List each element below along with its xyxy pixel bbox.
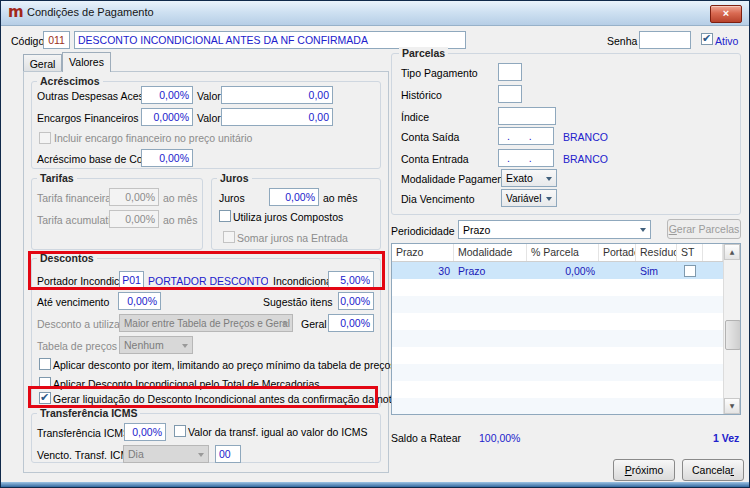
cell-st bbox=[677, 265, 703, 277]
valor2-field[interactable]: 0,00 bbox=[221, 108, 333, 126]
table-row-empty bbox=[392, 364, 740, 381]
juros-suffix: ao mês bbox=[323, 192, 357, 204]
geral-label: Geral bbox=[301, 318, 327, 330]
juros-compostos-checkbox[interactable] bbox=[219, 210, 231, 222]
sugestao-itens-field[interactable]: 0,00% bbox=[338, 292, 374, 310]
encargos-field[interactable]: 0,000% bbox=[141, 108, 193, 126]
table-row-empty bbox=[392, 330, 740, 347]
descontos-title: Descontos bbox=[37, 252, 97, 264]
chevron-down-icon bbox=[182, 344, 188, 348]
aplicar-por-item-label: Aplicar desconto por item, limitando ao … bbox=[53, 359, 396, 371]
chevron-down-icon bbox=[546, 197, 552, 201]
tarifa-acumulativa-suffix: ao mês bbox=[163, 214, 197, 226]
valor-transf-checkbox[interactable] bbox=[174, 425, 186, 437]
juros-label: Juros bbox=[219, 192, 245, 204]
encargos-label: Encargos Financeiros bbox=[37, 112, 139, 124]
valor-transf-label: Valor da transf. igual ao valor do ICMS bbox=[188, 426, 368, 438]
scrollbar-thumb[interactable] bbox=[725, 320, 741, 350]
aplicar-total-checkbox[interactable] bbox=[39, 377, 51, 389]
close-button[interactable]: × bbox=[710, 5, 742, 23]
table-row-empty bbox=[392, 347, 740, 364]
vencto-dia-field[interactable]: 00 bbox=[215, 445, 241, 463]
senha-field[interactable] bbox=[639, 31, 691, 49]
table-row-empty bbox=[392, 296, 740, 313]
col-header-modalidade[interactable]: Modalidade bbox=[454, 244, 527, 261]
saldo-ratear-label: Saldo a Ratear bbox=[391, 432, 461, 444]
table-row-empty bbox=[392, 398, 740, 415]
chevron-down-icon bbox=[198, 453, 204, 457]
table-header-row: Prazo Modalidade % Parcela Portador Resí… bbox=[392, 244, 740, 262]
portador-code-field[interactable]: P01 bbox=[119, 271, 144, 289]
valor1-label: Valor bbox=[197, 90, 221, 102]
st-checkbox[interactable] bbox=[684, 265, 696, 277]
ate-vencimento-label: Até vencimento bbox=[37, 296, 109, 308]
conta-saida-field[interactable]: . . bbox=[498, 127, 554, 145]
chevron-down-icon bbox=[546, 177, 552, 181]
portador-nome-text: PORTADOR DESCONTO INCOI bbox=[148, 275, 268, 287]
vencto-transf-combo: Dia bbox=[123, 445, 209, 463]
col-header-residuo[interactable]: Resíduo bbox=[636, 244, 677, 261]
col-header-portador[interactable]: Portador bbox=[599, 244, 636, 261]
senha-label: Senha bbox=[607, 35, 637, 47]
tab-valores[interactable]: Valores bbox=[62, 52, 111, 72]
valor2-label: Valor bbox=[197, 112, 221, 124]
tarifa-acumulativa-field: 0,00% bbox=[109, 210, 159, 228]
transferencia-icms-field[interactable]: 0,00% bbox=[124, 423, 166, 441]
conta-saida-label: Conta Saída bbox=[401, 131, 459, 143]
vezes-value: 1 Vez bbox=[713, 432, 739, 444]
geral-field[interactable]: 0,00% bbox=[328, 314, 374, 332]
conta-entrada-label: Conta Entrada bbox=[401, 153, 469, 165]
incondicional-field[interactable]: 5,00% bbox=[328, 271, 374, 289]
cell-modalidade: Prazo bbox=[454, 265, 527, 277]
col-header-st[interactable]: ST bbox=[677, 244, 703, 261]
table-row-selected[interactable]: 30 Prazo 0,00% Sim bbox=[392, 262, 740, 279]
codigo-field[interactable]: 011 bbox=[43, 31, 70, 49]
valor1-field[interactable]: 0,00 bbox=[221, 86, 333, 104]
base-comissao-field[interactable]: 0,00% bbox=[141, 149, 193, 167]
dia-vencimento-label: Dia Vencimento bbox=[401, 193, 475, 205]
scroll-down-icon[interactable]: ▼ bbox=[724, 398, 740, 414]
ativo-label: Ativo bbox=[715, 35, 738, 47]
col-header-extra bbox=[703, 244, 723, 261]
scroll-up-icon[interactable]: ▲ bbox=[724, 244, 740, 260]
periodicidade-combo[interactable]: Prazo bbox=[458, 220, 651, 239]
cancelar-button[interactable]: Cancelar bbox=[682, 459, 744, 481]
juros-field[interactable]: 0,00% bbox=[269, 188, 319, 206]
transferencia-icms-label: Transferência ICMS bbox=[37, 427, 130, 439]
ate-vencimento-field[interactable]: 0,00% bbox=[118, 292, 161, 310]
vencto-transf-label: Vencto. Transf. ICMS bbox=[37, 449, 136, 461]
tipo-pagamento-field[interactable] bbox=[498, 63, 522, 81]
table-row-empty bbox=[392, 313, 740, 330]
gerar-liquidacao-checkbox[interactable] bbox=[39, 392, 51, 404]
modalidade-pagamento-combo[interactable]: Exato bbox=[501, 169, 557, 187]
vertical-scrollbar[interactable]: ▲ ▼ bbox=[723, 244, 740, 414]
aplicar-por-item-checkbox[interactable] bbox=[39, 358, 51, 370]
tarifa-financeira-label: Tarifa financeira bbox=[37, 192, 111, 204]
dia-vencimento-combo[interactable]: Variável bbox=[501, 189, 557, 207]
tabela-precos-label: Tabela de preços bbox=[37, 340, 117, 352]
ativo-checkbox[interactable] bbox=[701, 33, 713, 45]
parcelas-title: Parcelas bbox=[399, 47, 448, 59]
historico-field[interactable] bbox=[498, 85, 522, 103]
payment-conditions-dialog: m Condições de Pagamento × Código 011 DE… bbox=[0, 0, 750, 488]
proximo-button[interactable]: Próximo bbox=[613, 459, 675, 481]
historico-label: Histórico bbox=[401, 89, 442, 101]
gerar-liquidacao-label: Gerar liquidação do Desconto Incondicion… bbox=[53, 393, 397, 405]
outras-despesas-field[interactable]: 0,00% bbox=[141, 86, 193, 104]
transferencia-title: Transferência ICMS bbox=[37, 407, 140, 419]
table-row-empty bbox=[392, 279, 740, 296]
tabela-precos-combo: Nenhum bbox=[119, 336, 193, 354]
tab-geral[interactable]: Geral bbox=[23, 54, 62, 72]
codigo-label: Código bbox=[11, 35, 44, 47]
col-header-prazo[interactable]: Prazo bbox=[392, 244, 454, 261]
col-header-parcela[interactable]: % Parcela bbox=[527, 244, 599, 261]
tipo-pagamento-label: Tipo Pagamento bbox=[401, 67, 478, 79]
somar-juros-checkbox bbox=[223, 231, 235, 243]
window-bottom-edge bbox=[1, 482, 749, 487]
acrescimos-title: Acréscimos bbox=[37, 75, 103, 87]
periodicidade-label: Periodicidade bbox=[391, 225, 455, 237]
sugestao-itens-label: Sugestão itens bbox=[263, 296, 332, 308]
somar-juros-label: Somar juros na Entrada bbox=[237, 232, 348, 244]
conta-entrada-field[interactable]: . . bbox=[498, 149, 554, 167]
indice-field[interactable] bbox=[498, 107, 556, 125]
